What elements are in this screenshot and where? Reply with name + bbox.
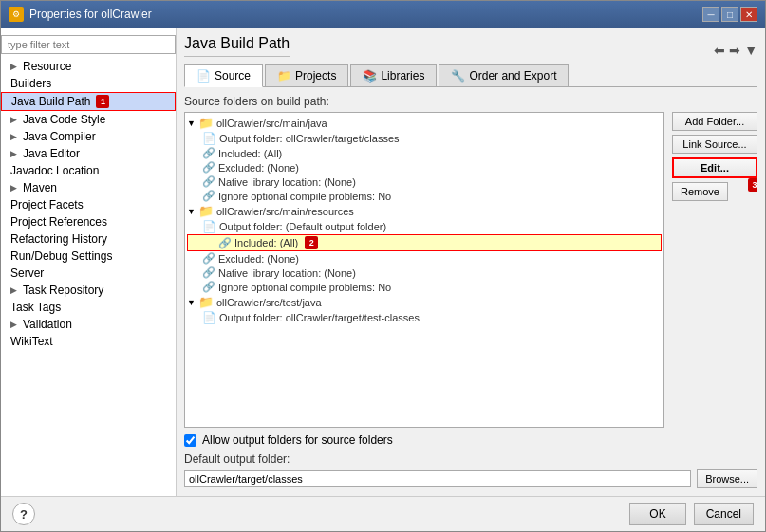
default-folder-input[interactable]: [184, 470, 691, 487]
tree-item: 🔗 Included: (All): [187, 146, 662, 160]
title-bar-left: ⚙ Properties for ollCrawler: [9, 7, 152, 22]
sidebar-item-task-tags[interactable]: Task Tags: [1, 299, 176, 316]
tab-order-export[interactable]: 🔧 Order and Export: [439, 64, 569, 86]
allow-output-checkbox[interactable]: [184, 434, 196, 447]
expand-icon[interactable]: ▼: [187, 298, 196, 307]
sidebar-item-resource[interactable]: ▶ Resource: [1, 58, 176, 75]
sidebar-item-maven[interactable]: ▶ Maven: [1, 179, 176, 196]
browse-button[interactable]: Browse...: [697, 469, 757, 488]
tab-source[interactable]: 📄 Source: [184, 64, 263, 87]
ok-button[interactable]: OK: [629, 503, 685, 525]
tree-item: 🔗 Native library location: (None): [187, 266, 662, 280]
arrow-icon: ▶: [10, 320, 17, 329]
item-text: Excluded: (None): [218, 253, 299, 265]
item-text: Native library location: (None): [218, 176, 356, 188]
default-folder-label: Default output folder:: [184, 452, 757, 466]
allow-output-row: Allow output folders for source folders: [184, 433, 757, 447]
sidebar-item-label: Task Repository: [23, 284, 103, 297]
arrow-icon: ▶: [10, 115, 17, 124]
forward-icon[interactable]: ➡: [729, 43, 740, 58]
add-folder-button[interactable]: Add Folder...: [672, 112, 757, 131]
item-text: ollCrawler/src/test/java: [216, 297, 322, 308]
content-area: ▼ 📁 ollCrawler/src/main/java 📄 Output fo…: [184, 112, 757, 428]
tree-item: 🔗 Native library location: (None): [187, 174, 662, 189]
sidebar-item-label: Task Tags: [10, 301, 61, 314]
sidebar-item-label: Java Build Path: [11, 95, 90, 108]
sidebar-item-java-code-style[interactable]: ▶ Java Code Style: [1, 111, 176, 128]
sidebar-item-label: Project Facets: [10, 198, 84, 211]
sidebar-item-label: Java Editor: [23, 147, 80, 160]
native-icon: 🔗: [202, 175, 215, 188]
sidebar-item-java-build-path[interactable]: Java Build Path 1: [1, 92, 176, 111]
tree-item: 📄 Output folder: ollCrawler/target/class…: [187, 131, 662, 146]
cancel-button[interactable]: Cancel: [694, 503, 754, 525]
tree-item: 📄 Output folder: ollCrawler/target/test-…: [187, 310, 662, 325]
item-text: Ignore optional compile problems: No: [218, 282, 391, 293]
folder-icon: 📁: [198, 204, 214, 218]
sidebar-item-label: Run/Debug Settings: [10, 249, 112, 263]
tree-item-included-resources[interactable]: 🔗 Included: (All) 2: [187, 234, 662, 251]
main-title: Java Build Path: [184, 35, 290, 57]
allow-output-label: Allow output folders for source folders: [202, 433, 393, 447]
expand-icon[interactable]: ▼: [187, 119, 196, 128]
arrow-icon: ▶: [10, 149, 17, 158]
link-source-button[interactable]: Link Source...: [672, 135, 757, 154]
item-text: Output folder: (Default output folder): [219, 221, 386, 232]
dropdown-icon[interactable]: ▼: [744, 43, 757, 58]
main-panel: Java Build Path ⬅ ➡ ▼ 📄 Source 📁 Project…: [177, 28, 765, 496]
source-folders-label: Source folders on build path:: [184, 95, 757, 108]
tab-label: Libraries: [381, 69, 424, 83]
tree-item: ▼ 📁 ollCrawler/src/main/resources: [187, 203, 662, 219]
sidebar-item-label: Java Code Style: [23, 113, 105, 126]
remove-button[interactable]: Remove: [672, 182, 728, 201]
sidebar-item-wikitext[interactable]: WikiText: [1, 333, 176, 350]
item-text: Output folder: ollCrawler/target/classes: [219, 133, 400, 144]
sidebar: ▶ Resource Builders Java Build Path 1 ▶ …: [1, 28, 177, 496]
sidebar-item-java-editor[interactable]: ▶ Java Editor: [1, 145, 176, 162]
output-icon: 📄: [202, 311, 216, 324]
back-icon[interactable]: ⬅: [714, 43, 725, 58]
minimize-button[interactable]: ─: [702, 7, 719, 22]
item-text: Ignore optional compile problems: No: [218, 191, 391, 202]
dialog-footer: ? OK Cancel: [1, 496, 765, 531]
sidebar-item-label: Builders: [10, 77, 51, 90]
sidebar-item-validation[interactable]: ▶ Validation: [1, 316, 176, 333]
tab-label: Order and Export: [469, 69, 556, 83]
sidebar-item-java-compiler[interactable]: ▶ Java Compiler: [1, 128, 176, 145]
footer-right: OK Cancel: [629, 503, 754, 525]
folder-icon: 📁: [198, 295, 214, 309]
included-icon: 🔗: [202, 147, 215, 159]
sidebar-item-refactoring-history[interactable]: Refactoring History: [1, 230, 176, 248]
tree-item: 🔗 Ignore optional compile problems: No: [187, 280, 662, 294]
sidebar-item-javadoc[interactable]: Javadoc Location: [1, 162, 176, 179]
sidebar-item-task-repository[interactable]: ▶ Task Repository: [1, 282, 176, 299]
projects-tab-icon: 📁: [277, 69, 291, 83]
buttons-panel: Add Folder... Link Source... Edit... Rem…: [672, 112, 757, 428]
ignore-icon: 🔗: [202, 190, 215, 202]
sidebar-item-server[interactable]: Server: [1, 265, 176, 282]
sidebar-item-label: Server: [10, 266, 44, 280]
edit-button[interactable]: Edit...: [672, 157, 757, 178]
tab-label: Source: [215, 69, 251, 83]
expand-icon[interactable]: ▼: [187, 207, 196, 216]
close-button[interactable]: ✕: [740, 7, 757, 22]
tree-item: ▼ 📁 ollCrawler/src/test/java: [187, 294, 662, 310]
excluded-icon: 🔗: [202, 252, 215, 265]
title-bar-controls: ─ □ ✕: [702, 7, 757, 22]
tab-projects[interactable]: 📁 Projects: [265, 64, 348, 86]
filter-input[interactable]: [1, 35, 176, 54]
tab-libraries[interactable]: 📚 Libraries: [350, 64, 437, 86]
sidebar-item-run-debug[interactable]: Run/Debug Settings: [1, 248, 176, 265]
sidebar-item-builders[interactable]: Builders: [1, 75, 176, 92]
maximize-button[interactable]: □: [721, 7, 738, 22]
tree-panel[interactable]: ▼ 📁 ollCrawler/src/main/java 📄 Output fo…: [184, 112, 664, 428]
sidebar-item-project-facets[interactable]: Project Facets: [1, 196, 176, 213]
sidebar-item-project-references[interactable]: Project References: [1, 213, 176, 230]
badge-2: 2: [305, 236, 318, 249]
included-icon: 🔗: [218, 237, 232, 249]
arrow-icon: ▶: [10, 62, 17, 71]
help-button[interactable]: ?: [12, 503, 35, 525]
dialog-icon: ⚙: [9, 7, 24, 22]
order-export-tab-icon: 🔧: [451, 69, 465, 83]
footer-left: ?: [12, 503, 35, 525]
